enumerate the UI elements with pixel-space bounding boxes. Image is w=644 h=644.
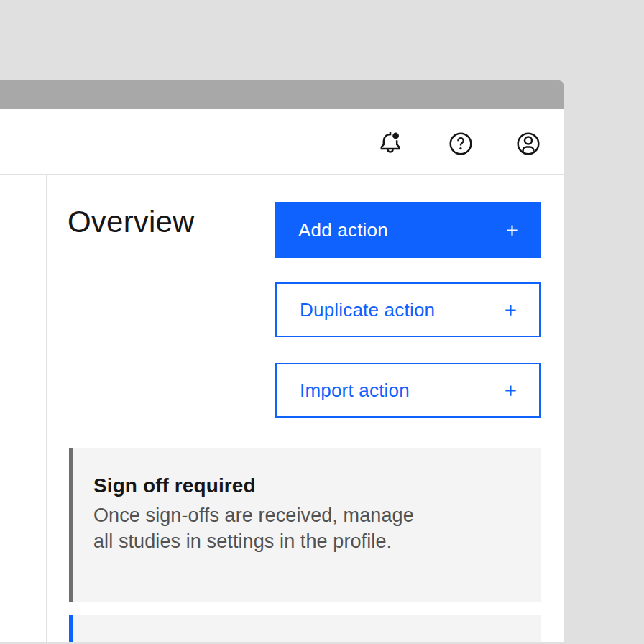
notification-title: Sign off required	[93, 474, 526, 498]
notification-body-line: Once sign-offs are received, manage	[93, 502, 526, 528]
notifications-button[interactable]	[376, 129, 405, 157]
plus-icon	[504, 384, 518, 397]
user-avatar-icon	[514, 129, 543, 158]
notification-body-line: all studies in settings in the profile.	[93, 528, 526, 554]
import-action-button[interactable]: Import action	[275, 363, 540, 418]
help-icon	[446, 129, 475, 158]
notification-bell-icon	[376, 129, 405, 157]
duplicate-action-button[interactable]: Duplicate action	[275, 282, 540, 337]
window-titlebar[interactable]	[0, 80, 564, 109]
import-action-label: Import action	[300, 380, 410, 402]
notification-badge-dot	[392, 133, 399, 139]
plus-icon	[505, 224, 519, 237]
page-title: Overview	[68, 207, 195, 237]
sidebar-divider	[46, 175, 47, 642]
help-button[interactable]	[446, 129, 475, 158]
add-action-label: Add action	[298, 219, 388, 242]
add-action-button[interactable]: Add action	[275, 202, 540, 258]
page: Overview Add action Duplicate action Imp…	[0, 0, 644, 644]
info-notification-cropped	[69, 615, 540, 642]
account-button[interactable]	[514, 129, 543, 158]
plus-icon	[504, 303, 518, 317]
header-divider	[0, 174, 564, 175]
signoff-notification: Sign off required Once sign-offs are rec…	[69, 448, 540, 602]
duplicate-action-label: Duplicate action	[300, 299, 435, 321]
sidebar	[0, 175, 46, 642]
